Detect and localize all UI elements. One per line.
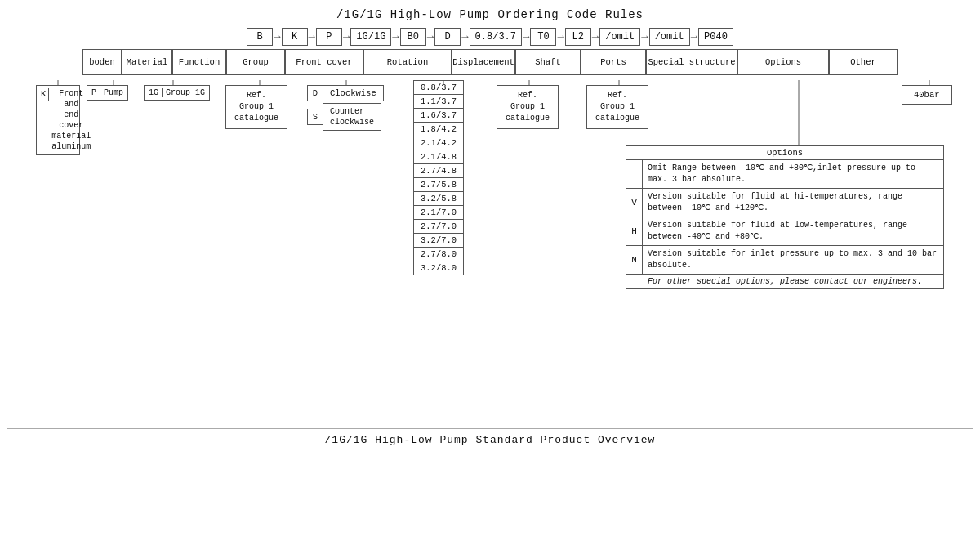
rotation-D-key: D (307, 85, 323, 101)
code-cell-omit2: /omit (649, 28, 690, 46)
disp-4: 2.1/4.2 (413, 136, 464, 150)
material-col: K Front andend covermaterialaluminum (36, 85, 80, 155)
disp-13: 3.2/8.0 (413, 261, 464, 275)
options-col: Options Omit-Range between -10℃ and +80℃… (626, 145, 944, 289)
label-boden: boden (82, 49, 122, 75)
ports-col: Ref.Group 1catalogue (586, 85, 648, 129)
options-key-omit (626, 160, 643, 188)
label-front-cover: Front cover (285, 49, 363, 75)
function-P-label: P (91, 88, 100, 97)
disp-0: 0.8/3.7 (413, 80, 464, 95)
code-cell-P: P (316, 28, 342, 46)
group-1G-desc: Group 1G (166, 88, 205, 97)
rotation-col: D Clockwise S Counterclockwise (307, 85, 384, 131)
code-cell-B0: B0 (400, 28, 426, 46)
options-row-H: H Version suitable for fluid at low-temp… (626, 217, 943, 246)
shaft-col: Ref.Group 1catalogue (497, 85, 559, 129)
label-special-structure: Special structure (646, 49, 737, 75)
label-ports: Ports (581, 49, 646, 75)
disp-12: 2.7/8.0 (413, 248, 464, 261)
disp-9: 2.1/7.0 (413, 206, 464, 220)
label-displacement: Displacement (452, 49, 515, 75)
options-key-V: V (626, 189, 643, 217)
function-P-box: P Pump (87, 85, 128, 101)
disp-3: 1.8/4.2 (413, 123, 464, 136)
disp-10: 2.7/7.0 (413, 220, 464, 234)
options-val-N: Version suitable for inlet pressure up t… (643, 246, 943, 274)
options-footer: For other special options, please contac… (626, 275, 943, 288)
disp-8: 3.2/5.8 (413, 192, 464, 206)
material-K-label: K (41, 88, 49, 101)
label-options: Options (737, 49, 829, 75)
options-row-V: V Version suitable for fluid at hi-tempe… (626, 189, 943, 217)
rotation-D-val: Clockwise (323, 85, 384, 101)
disp-5: 2.1/4.8 (413, 150, 464, 164)
disp-6: 2.7/4.8 (413, 164, 464, 178)
code-cell-K: K (282, 28, 308, 46)
disp-7: 2.7/5.8 (413, 178, 464, 192)
ports-ref-box: Ref.Group 1catalogue (586, 85, 648, 129)
shaft-ref-box: Ref.Group 1catalogue (497, 85, 559, 129)
label-function: Function (172, 49, 226, 75)
displacement-col: 0.8/3.7 1.1/3.7 1.6/3.7 1.8/4.2 2.1/4.2 … (413, 80, 464, 275)
options-header: Options (626, 146, 943, 160)
code-cell-L2: L2 (565, 28, 591, 46)
group-col: 1G Group 1G (144, 85, 210, 101)
code-cell-1G1G: 1G/1G (350, 28, 391, 46)
disp-2: 1.6/3.7 (413, 109, 464, 123)
label-row: boden Material Function Group Front cove… (7, 49, 973, 75)
label-group: Group (226, 49, 285, 75)
other-col: 40bar (902, 85, 952, 105)
bottom-title: /1G/1G High-Low Pump Standard Product Ov… (7, 428, 973, 446)
code-row: B → K → P → 1G/1G → B0 → D → 0.8/3.7 → T… (7, 28, 973, 46)
rotation-S-val: Counterclockwise (323, 103, 381, 131)
label-rotation: Rotation (363, 49, 452, 75)
disp-1: 1.1/3.7 (413, 95, 464, 109)
label-other: Other (829, 49, 898, 75)
options-row-omit: Omit-Range between -10℃ and +80℃,inlet p… (626, 160, 943, 189)
options-val-V: Version suitable for fluid at hi-tempera… (643, 189, 943, 217)
disp-11: 3.2/7.0 (413, 234, 464, 248)
code-cell-P040: P040 (698, 28, 733, 46)
rotation-D-row: D Clockwise (307, 85, 384, 101)
material-K-desc: Front andend covermaterialaluminum (51, 88, 91, 152)
options-key-N: N (626, 246, 643, 274)
code-cell-B: B (247, 28, 273, 46)
group-1G-box: 1G Group 1G (144, 85, 210, 101)
main-title: /1G/1G High-Low Pump Ordering Code Rules (7, 8, 973, 21)
material-K-box: K Front andend covermaterialaluminum (36, 85, 80, 155)
label-material: Material (122, 49, 172, 75)
code-cell-037: 0.8/3.7 (470, 28, 522, 46)
options-row-N: N Version suitable for inlet pressure up… (626, 246, 943, 275)
label-shaft: Shaft (515, 49, 581, 75)
rotation-S-row: S Counterclockwise (307, 103, 381, 131)
options-val-H: Version suitable for fluid at low-temper… (643, 217, 943, 245)
displacement-list: 0.8/3.7 1.1/3.7 1.6/3.7 1.8/4.2 2.1/4.2 … (413, 80, 464, 275)
code-cell-T0: T0 (530, 28, 556, 46)
function-P-desc: Pump (104, 88, 123, 97)
front-cover-ref-box: Ref.Group 1catalogue (225, 85, 287, 129)
code-cell-omit1: /omit (599, 28, 640, 46)
other-40bar-box: 40bar (902, 85, 952, 105)
page: /1G/1G High-Low Pump Ordering Code Rules… (0, 0, 980, 554)
options-table: Options Omit-Range between -10℃ and +80℃… (626, 145, 944, 289)
detail-area: K Front andend covermaterialaluminum P P… (7, 80, 973, 423)
rotation-S-key: S (307, 109, 323, 125)
function-col: P Pump (87, 85, 128, 101)
options-val-omit: Omit-Range between -10℃ and +80℃,inlet p… (643, 160, 943, 188)
options-key-H: H (626, 217, 643, 245)
code-cell-D: D (434, 28, 461, 46)
front-cover-col: Ref.Group 1catalogue (225, 85, 287, 129)
group-1G-label: 1G (149, 88, 163, 97)
